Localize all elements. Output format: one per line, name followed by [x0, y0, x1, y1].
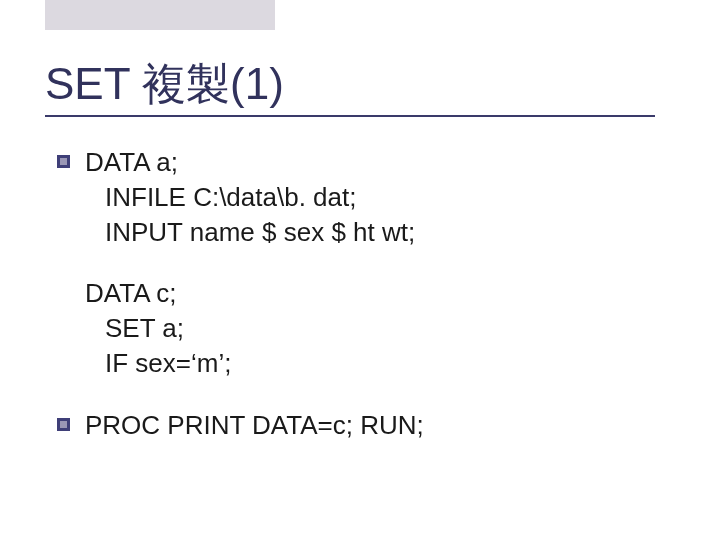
code-text: DATA a;	[85, 147, 178, 177]
top-accent-bar	[45, 0, 275, 30]
title-underline	[45, 115, 655, 117]
code-line: IF sex=‘m’;	[85, 346, 665, 381]
slide-body: DATA a; INFILE C:\data\b. dat; INPUT nam…	[85, 145, 665, 469]
diamond-bullet-icon	[57, 155, 70, 168]
code-block-1: DATA a; INFILE C:\data\b. dat; INPUT nam…	[85, 145, 665, 250]
diamond-bullet-icon	[57, 418, 70, 431]
code-line: DATA a;	[85, 145, 665, 180]
code-line: DATA c;	[85, 276, 665, 311]
code-block-3: PROC PRINT DATA=c; RUN;	[85, 408, 665, 443]
code-line: PROC PRINT DATA=c; RUN;	[85, 408, 665, 443]
slide-title: SET 複製(1)	[45, 55, 284, 114]
code-text: PROC PRINT DATA=c; RUN;	[85, 410, 424, 440]
code-block-2: DATA c; SET a; IF sex=‘m’;	[85, 276, 665, 381]
code-line: INPUT name $ sex $ ht wt;	[85, 215, 665, 250]
slide: SET 複製(1) DATA a; INFILE C:\data\b. dat;…	[0, 0, 720, 540]
code-line: SET a;	[85, 311, 665, 346]
code-line: INFILE C:\data\b. dat;	[85, 180, 665, 215]
